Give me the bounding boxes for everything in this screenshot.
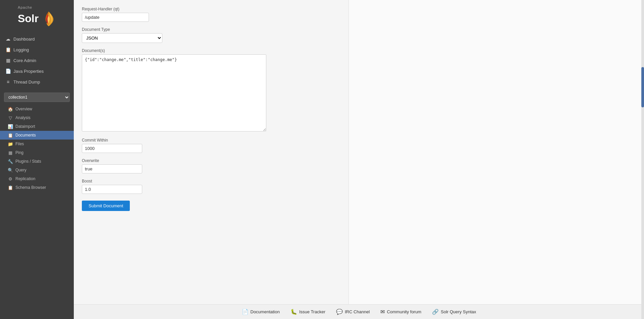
plugins-stats-icon: 🔧: [8, 159, 13, 164]
issue-tracker-icon: 🐛: [290, 309, 297, 315]
overview-label: Overview: [15, 107, 32, 111]
java-properties-label: Java Properties: [13, 69, 44, 74]
overview-icon: 🏠: [8, 107, 13, 111]
ping-icon: ▦: [8, 150, 13, 155]
document-type-group: Document Type JSON XML CSV PDF DOC: [82, 27, 340, 43]
commit-within-input[interactable]: [82, 144, 142, 153]
documents-label: Documents: [15, 133, 36, 138]
sidebar-item-logging[interactable]: 📋 Logging: [0, 44, 74, 55]
sidebar-item-documents[interactable]: 📋 Documents: [0, 131, 74, 140]
sidebar-item-plugins-stats[interactable]: 🔧 Plugins / Stats: [0, 157, 74, 166]
apache-text: Apache: [18, 5, 32, 9]
footer: 📄 Documentation 🐛 Issue Tracker 💬 IRC Ch…: [74, 304, 644, 319]
community-forum-icon: ✉: [380, 309, 385, 315]
sidebar-item-overview[interactable]: 🏠 Overview: [0, 105, 74, 113]
analysis-label: Analysis: [15, 115, 31, 120]
dataimport-label: Dataimport: [15, 124, 35, 129]
submit-document-button[interactable]: Submit Document: [82, 201, 130, 211]
java-properties-icon: 📄: [5, 68, 11, 74]
sidebar-item-thread-dump[interactable]: ≡ Thread Dump: [0, 76, 74, 87]
boost-input[interactable]: [82, 185, 142, 194]
overwrite-input[interactable]: [82, 164, 142, 173]
sidebar-item-analysis[interactable]: ▽ Analysis: [0, 113, 74, 122]
footer-solr-query-syntax-link[interactable]: 🔗 Solr Query Syntax: [432, 309, 476, 315]
query-icon: 🔍: [8, 168, 13, 172]
query-label: Query: [15, 168, 26, 172]
right-panel: [349, 0, 644, 304]
overwrite-group: Overwrite: [82, 158, 340, 173]
dashboard-label: Dashboard: [13, 37, 35, 42]
footer-community-forum-link[interactable]: ✉ Community forum: [380, 309, 421, 315]
irc-channel-label: IRC Channel: [345, 309, 370, 314]
solr-logo: Apache Solr: [18, 5, 56, 27]
document-type-label: Document Type: [82, 27, 340, 32]
sidebar-item-files[interactable]: 📁 Files: [0, 140, 74, 148]
core-admin-icon: ▦: [5, 58, 11, 63]
commit-within-group: Commit Within: [82, 138, 340, 153]
main-nav: ☁ Dashboard 📋 Logging ▦ Core Admin 📄 Jav…: [0, 31, 74, 90]
sidebar-item-dashboard[interactable]: ☁ Dashboard: [0, 34, 74, 44]
sidebar-item-replication[interactable]: ⚙ Replication: [0, 174, 74, 183]
request-handler-label: Request-Handler (qt): [82, 7, 340, 11]
ping-label: Ping: [15, 150, 23, 155]
documents-form-panel: Request-Handler (qt) Document Type JSON …: [74, 0, 349, 304]
logging-label: Logging: [13, 47, 29, 52]
community-forum-label: Community forum: [387, 309, 421, 314]
solr-query-syntax-label: Solr Query Syntax: [441, 309, 476, 314]
logging-icon: 📋: [5, 47, 11, 52]
dashboard-icon: ☁: [5, 36, 11, 42]
footer-documentation-link[interactable]: 📄 Documentation: [242, 309, 280, 315]
files-icon: 📁: [8, 142, 13, 146]
documentation-label: Documentation: [251, 309, 280, 314]
request-handler-input[interactable]: [82, 13, 149, 22]
scrollbar[interactable]: [641, 0, 644, 319]
replication-icon: ⚙: [8, 176, 13, 181]
sidebar-item-core-admin[interactable]: ▦ Core Admin: [0, 55, 74, 66]
replication-label: Replication: [15, 176, 35, 181]
request-handler-group: Request-Handler (qt): [82, 7, 340, 22]
commit-within-label: Commit Within: [82, 138, 340, 143]
collection-nav: 🏠 Overview ▽ Analysis 📊 Dataimport 📋 Doc…: [0, 103, 74, 193]
files-label: Files: [15, 142, 24, 146]
sidebar-item-query[interactable]: 🔍 Query: [0, 166, 74, 174]
documents-label: Document(s): [82, 48, 340, 53]
boost-label: Boost: [82, 179, 340, 183]
issue-tracker-label: Issue Tracker: [299, 309, 325, 314]
sidebar-item-java-properties[interactable]: 📄 Java Properties: [0, 66, 74, 76]
irc-channel-icon: 💬: [336, 309, 343, 315]
schema-browser-icon: 📋: [8, 185, 13, 190]
logo-area: Apache Solr: [0, 0, 74, 31]
sidebar-item-ping[interactable]: ▦ Ping: [0, 148, 74, 157]
solr-name-row: Solr: [18, 10, 56, 27]
documents-icon: 📋: [8, 133, 13, 138]
submit-group: Submit Document: [82, 199, 340, 211]
overwrite-label: Overwrite: [82, 158, 340, 163]
sidebar-item-dataimport[interactable]: 📊 Dataimport: [0, 122, 74, 131]
solr-text: Solr: [18, 13, 39, 24]
sidebar-item-schema-browser[interactable]: 📋 Schema Browser: [0, 183, 74, 192]
schema-browser-label: Schema Browser: [15, 185, 46, 190]
plugins-stats-label: Plugins / Stats: [15, 159, 41, 164]
core-admin-label: Core Admin: [13, 58, 36, 63]
documents-textarea[interactable]: {"id":"change.me","title":"change.me"}: [82, 54, 266, 131]
analysis-icon: ▽: [8, 115, 13, 120]
footer-irc-channel-link[interactable]: 💬 IRC Channel: [336, 309, 370, 315]
scrollbar-thumb[interactable]: [641, 67, 644, 107]
thread-dump-icon: ≡: [5, 79, 11, 85]
solr-flame-icon: [41, 10, 56, 27]
solr-query-syntax-icon: 🔗: [432, 309, 439, 315]
documents-group: Document(s) {"id":"change.me","title":"c…: [82, 48, 340, 132]
document-type-select[interactable]: JSON XML CSV PDF DOC: [82, 33, 162, 43]
thread-dump-label: Thread Dump: [13, 79, 40, 85]
collection-selector[interactable]: collection1: [4, 93, 70, 102]
footer-issue-tracker-link[interactable]: 🐛 Issue Tracker: [290, 309, 325, 315]
documentation-icon: 📄: [242, 309, 249, 315]
dataimport-icon: 📊: [8, 124, 13, 129]
sidebar: Apache Solr: [0, 0, 74, 319]
collection-select[interactable]: collection1: [4, 93, 70, 102]
boost-group: Boost: [82, 179, 340, 194]
